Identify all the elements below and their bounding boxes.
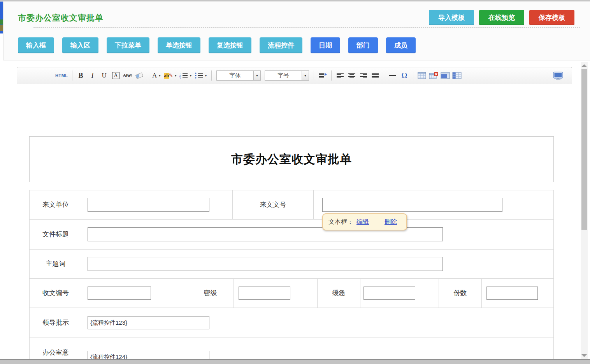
import-template-button[interactable]: 导入模板 xyxy=(429,10,474,25)
toolbar-separator xyxy=(331,70,332,81)
control-palette: 输入框 输入区 下拉菜单 单选按钮 复选按钮 流程控件 日期 部门 成员 xyxy=(18,37,416,53)
tooltip-delete-link[interactable]: 删除 xyxy=(385,218,397,226)
tooltip-label: 文本框： xyxy=(328,218,353,226)
chevron-down-icon: ▼ xyxy=(174,74,177,77)
label-urgency: 缓急 xyxy=(318,279,360,308)
delete-table-button[interactable] xyxy=(429,70,438,81)
font-size-select[interactable]: 字号▼ xyxy=(265,70,309,81)
leader-remark-input[interactable] xyxy=(88,316,209,329)
chevron-down-icon: ▼ xyxy=(189,74,192,77)
align-justify-button[interactable] xyxy=(371,70,380,81)
palette-flow-control-button[interactable]: 流程控件 xyxy=(260,37,302,53)
ordered-list-icon: 123 xyxy=(179,72,188,79)
table-properties-button[interactable] xyxy=(452,70,462,81)
palette-dropdown-button[interactable]: 下拉菜单 xyxy=(107,37,149,53)
window-bottom-edge xyxy=(0,359,590,364)
strikethrough-button[interactable]: ABC xyxy=(123,70,132,81)
font-size-value: 字号 xyxy=(265,71,302,80)
table-row: 主题词 xyxy=(30,250,553,279)
chevron-down-icon: ▼ xyxy=(253,71,260,80)
cell-copies xyxy=(482,279,553,308)
font-family-select[interactable]: 字体▼ xyxy=(216,70,261,81)
toolbar-separator xyxy=(384,70,384,81)
palette-input-box-button[interactable]: 输入框 xyxy=(18,37,54,53)
indent-button[interactable] xyxy=(318,70,327,81)
window-top-border-light xyxy=(0,0,590,2)
table-row: 文件标题 xyxy=(30,220,553,250)
fullscreen-button[interactable] xyxy=(553,70,563,81)
font-color-icon: A xyxy=(152,72,157,79)
secrecy-input[interactable] xyxy=(239,287,290,300)
label-doc-number: 来文文号 xyxy=(233,190,314,219)
table-row: 收文编号 密级 缓急 份数 xyxy=(30,279,553,308)
unordered-list-icon xyxy=(195,72,203,79)
background-icon-fragment xyxy=(0,25,3,31)
scrollbar-thumb[interactable] xyxy=(581,69,587,230)
eraser-icon xyxy=(135,72,143,79)
label-copies: 份数 xyxy=(439,279,482,308)
font-color-button[interactable]: A▼ xyxy=(152,70,162,81)
chevron-down-icon: ▼ xyxy=(302,71,309,80)
source-unit-input[interactable] xyxy=(88,198,209,212)
underline-button[interactable]: U xyxy=(100,70,109,81)
palette-department-button[interactable]: 部门 xyxy=(348,37,378,53)
cell-doc-title xyxy=(82,220,553,249)
copies-input[interactable] xyxy=(486,287,538,300)
ordered-list-button[interactable]: 123 ▼ xyxy=(179,70,192,81)
rich-text-editor: HTML B I U A ABC A▼ ab✎▼ 123 ▼ ▼ 字体▼ 字号▼ xyxy=(17,67,572,364)
font-family-value: 字体 xyxy=(217,71,253,80)
chevron-down-icon: ▼ xyxy=(158,74,161,77)
align-right-icon xyxy=(360,72,367,79)
align-right-button[interactable] xyxy=(359,70,368,81)
align-center-icon xyxy=(348,72,356,79)
label-source-unit: 来文单位 xyxy=(30,190,82,219)
special-char-button[interactable]: Ω xyxy=(400,70,409,81)
urgency-input[interactable] xyxy=(363,287,415,300)
font-style-box-button[interactable]: A xyxy=(112,72,119,79)
editor-toolbar: HTML B I U A ABC A▼ ab✎▼ 123 ▼ ▼ 字体▼ 字号▼ xyxy=(17,67,572,84)
editor-canvas[interactable]: 市委办公室收文审批单 来文单位 来文文号 文件标题 xyxy=(17,84,572,364)
italic-button[interactable]: I xyxy=(88,70,97,81)
insert-table-button[interactable] xyxy=(417,70,427,81)
html-source-button[interactable]: HTML xyxy=(55,70,68,81)
header-panel: 市委办公室收文审批单 导入模板 在线预览 保存模板 输入框 输入区 下拉菜单 单… xyxy=(3,2,590,60)
label-doc-title: 文件标题 xyxy=(30,220,82,249)
table-cell-properties-button[interactable] xyxy=(441,70,450,81)
palette-radio-button[interactable]: 单选按钮 xyxy=(158,37,200,53)
svg-text:3: 3 xyxy=(179,77,181,79)
header-divider xyxy=(33,27,580,28)
align-left-icon xyxy=(336,72,344,79)
chevron-down-icon: ▼ xyxy=(204,74,207,77)
palette-checkbox-button[interactable]: 复选按钮 xyxy=(209,37,251,53)
vertical-scrollbar[interactable] xyxy=(581,62,588,364)
scroll-up-arrow[interactable] xyxy=(581,64,587,67)
palette-textarea-button[interactable]: 输入区 xyxy=(62,37,98,53)
cell-secrecy xyxy=(234,279,318,308)
align-left-button[interactable] xyxy=(335,70,345,81)
scroll-down-arrow[interactable] xyxy=(581,354,587,357)
bold-button[interactable]: B xyxy=(76,70,86,81)
online-preview-button[interactable]: 在线预览 xyxy=(479,10,524,25)
remove-format-button[interactable] xyxy=(135,70,144,81)
unordered-list-button[interactable]: ▼ xyxy=(195,70,207,81)
receipt-no-input[interactable] xyxy=(88,287,151,300)
palette-date-button[interactable]: 日期 xyxy=(311,37,340,53)
keywords-input[interactable] xyxy=(88,257,443,271)
form-title: 市委办公室收文审批单 xyxy=(231,151,352,167)
table-delete-icon xyxy=(429,72,438,79)
doc-number-input[interactable] xyxy=(322,198,502,212)
form-title-box: 市委办公室收文审批单 xyxy=(29,136,554,182)
tooltip-edit-link[interactable]: 编辑 xyxy=(356,218,369,226)
palette-member-button[interactable]: 成员 xyxy=(386,37,416,53)
table-icon xyxy=(418,72,426,79)
horizontal-rule-button[interactable] xyxy=(388,70,397,81)
toolbar-separator xyxy=(72,70,72,81)
highlight-color-button[interactable]: ab✎▼ xyxy=(164,70,177,81)
table-row: 来文单位 来文文号 xyxy=(30,190,553,220)
align-center-button[interactable] xyxy=(347,70,356,81)
cell-receipt-no xyxy=(82,279,187,308)
save-template-button[interactable]: 保存模板 xyxy=(529,10,574,25)
background-icon-fragment xyxy=(0,19,3,25)
toolbar-separator xyxy=(413,70,413,81)
label-leader-remark: 领导批示 xyxy=(30,308,82,338)
